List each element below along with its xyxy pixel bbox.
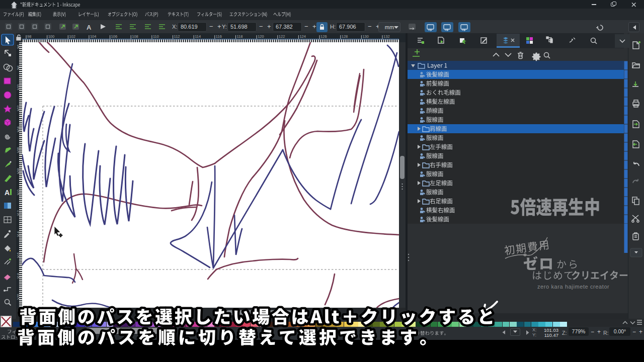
svg-text:A: A — [5, 189, 10, 197]
svg-text:A: A — [87, 24, 92, 31]
